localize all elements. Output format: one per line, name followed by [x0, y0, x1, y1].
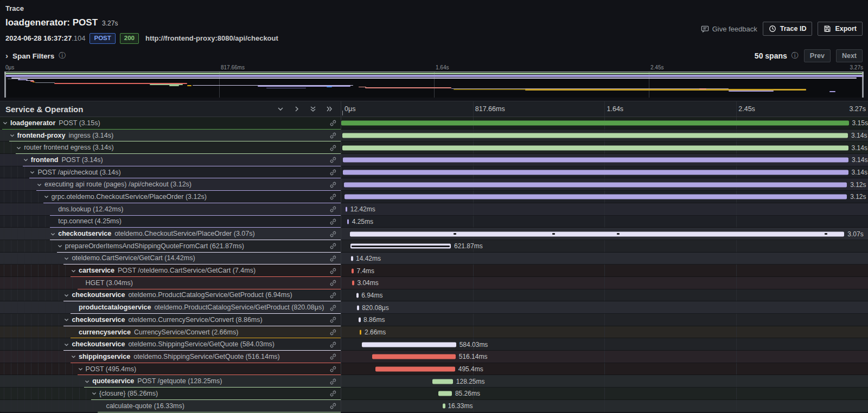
span-link-icon[interactable]	[329, 230, 337, 238]
span-row[interactable]: dns.lookup (12.42ms)12.42ms	[0, 203, 868, 216]
span-row[interactable]: POST /api/checkout (3.14s)3.14s	[0, 166, 868, 179]
chevron-down-icon[interactable]	[78, 366, 84, 372]
chevron-down-icon[interactable]	[23, 157, 29, 163]
span-link-icon[interactable]	[329, 316, 337, 324]
span-bar[interactable]	[344, 195, 847, 199]
span-row[interactable]: shippingserviceoteldemo.ShippingService/…	[0, 351, 868, 363]
span-link-icon[interactable]	[329, 304, 337, 312]
prev-button[interactable]: Prev	[804, 49, 831, 62]
span-link-icon[interactable]	[329, 218, 337, 225]
span-row[interactable]: frontend-proxyingress (3.14s)3.14s	[0, 130, 868, 142]
expand-all-icon[interactable]	[326, 105, 333, 113]
span-row[interactable]: oteldemo.CartService/GetCart (14.42ms)14…	[0, 253, 868, 265]
span-row[interactable]: executing api route (pages) /api/checkou…	[0, 178, 868, 191]
span-link-icon[interactable]	[329, 169, 337, 176]
span-link-icon[interactable]	[329, 181, 337, 189]
chevron-down-icon[interactable]	[63, 341, 69, 347]
chevron-down-icon[interactable]	[36, 182, 42, 188]
chevron-down-icon[interactable]	[43, 194, 49, 200]
expand-one-icon[interactable]	[293, 105, 301, 113]
span-link-icon[interactable]	[329, 144, 337, 152]
give-feedback-link[interactable]: Give feedback	[701, 25, 757, 33]
span-row[interactable]: prepareOrderItemsAndShippingQuoteFromCar…	[0, 240, 868, 253]
span-bar[interactable]	[372, 354, 455, 359]
trace-id-button[interactable]: Trace ID	[763, 22, 813, 36]
chevron-down-icon[interactable]	[84, 378, 90, 384]
next-button[interactable]: Next	[836, 49, 863, 62]
span-link-icon[interactable]	[329, 328, 337, 336]
chevron-down-icon[interactable]	[50, 231, 56, 237]
span-filters-toggle[interactable]: › Span Filters ⓘ	[5, 51, 66, 61]
span-bar[interactable]	[375, 367, 455, 372]
span-bar[interactable]	[344, 182, 847, 187]
span-link-icon[interactable]	[329, 255, 337, 262]
span-row[interactable]: checkoutserviceoteldemo.ShippingService/…	[0, 338, 868, 351]
chevron-down-icon[interactable]	[57, 243, 63, 249]
chevron-down-icon[interactable]	[63, 317, 69, 323]
span-row[interactable]: checkoutserviceoteldemo.ProductCatalogSe…	[0, 289, 868, 302]
span-bar[interactable]	[350, 231, 845, 236]
span-row[interactable]: {closure} (85.26ms)85.26ms	[0, 388, 868, 400]
span-link-icon[interactable]	[329, 267, 337, 275]
span-bar[interactable]	[342, 145, 848, 150]
span-row[interactable]: currencyserviceCurrencyService/Convert (…	[0, 326, 868, 339]
chevron-down-icon[interactable]	[9, 133, 15, 139]
span-link-icon[interactable]	[329, 205, 337, 213]
span-link-icon[interactable]	[329, 119, 337, 127]
span-link-icon[interactable]	[329, 156, 337, 164]
span-link-icon[interactable]	[329, 292, 337, 299]
chevron-down-icon[interactable]	[91, 391, 97, 397]
span-link-icon[interactable]	[329, 378, 337, 385]
span-bar[interactable]	[347, 219, 349, 224]
span-bar[interactable]	[443, 404, 445, 409]
span-bar[interactable]	[356, 293, 359, 298]
span-row[interactable]: loadgeneratorPOST (3.15s)3.15s	[0, 117, 868, 130]
span-bar[interactable]	[346, 207, 348, 212]
span-bar[interactable]	[352, 281, 354, 286]
chevron-down-icon[interactable]	[71, 354, 76, 360]
span-bar[interactable]	[351, 256, 353, 261]
span-bar[interactable]	[432, 379, 453, 384]
collapse-all-icon[interactable]	[309, 105, 317, 113]
span-bar[interactable]	[343, 170, 848, 175]
span-link-icon[interactable]	[329, 279, 337, 287]
span-bar[interactable]	[350, 244, 450, 249]
span-row[interactable]: grpc.oteldemo.CheckoutService/PlaceOrder…	[0, 191, 868, 203]
span-row[interactable]: calculate-quote (16.33ms)16.33ms	[0, 400, 868, 412]
span-row[interactable]: cartservicePOST /oteldemo.CartService/Ge…	[0, 264, 868, 277]
span-link-icon[interactable]	[329, 193, 337, 201]
span-link-icon[interactable]	[329, 402, 337, 410]
export-button[interactable]: Export	[818, 22, 863, 36]
span-row[interactable]: router frontend egress (3.14s)3.14s	[0, 141, 868, 154]
span-row[interactable]: checkoutserviceoteldemo.CurrencyService/…	[0, 314, 868, 326]
chevron-down-icon[interactable]	[63, 292, 69, 298]
chevron-right-icon[interactable]: ›	[5, 51, 8, 60]
span-link-icon[interactable]	[329, 353, 337, 360]
span-bar[interactable]	[342, 133, 848, 138]
collapse-one-icon[interactable]	[277, 105, 284, 113]
span-row[interactable]: tcp.connect (4.25ms)4.25ms	[0, 216, 868, 228]
span-row[interactable]: checkoutserviceoteldemo.CheckoutService/…	[0, 228, 868, 240]
span-bar[interactable]	[341, 121, 848, 126]
minimap-right-handle[interactable]	[862, 72, 864, 98]
chevron-down-icon[interactable]	[16, 145, 22, 151]
chevron-down-icon[interactable]	[29, 170, 35, 176]
chevron-down-icon[interactable]	[71, 268, 76, 274]
span-bar[interactable]	[343, 158, 848, 163]
span-bar[interactable]	[360, 330, 362, 335]
span-bar[interactable]	[352, 268, 354, 273]
span-row[interactable]: frontendPOST (3.14s)3.14s	[0, 154, 868, 166]
span-bar[interactable]	[359, 318, 361, 322]
span-bar[interactable]	[362, 342, 456, 347]
span-row[interactable]: POST (495.4ms)495.4ms	[0, 363, 868, 376]
span-link-icon[interactable]	[329, 390, 337, 397]
minimap-left-handle[interactable]	[4, 72, 6, 98]
span-row[interactable]: productcatalogserviceoteldemo.ProductCat…	[0, 301, 868, 314]
span-link-icon[interactable]	[329, 242, 337, 250]
span-link-icon[interactable]	[329, 341, 337, 349]
span-link-icon[interactable]	[329, 132, 337, 139]
chevron-down-icon[interactable]	[63, 255, 69, 261]
trace-minimap[interactable]	[4, 72, 864, 98]
chevron-down-icon[interactable]	[2, 120, 8, 126]
span-bar[interactable]	[438, 391, 452, 396]
